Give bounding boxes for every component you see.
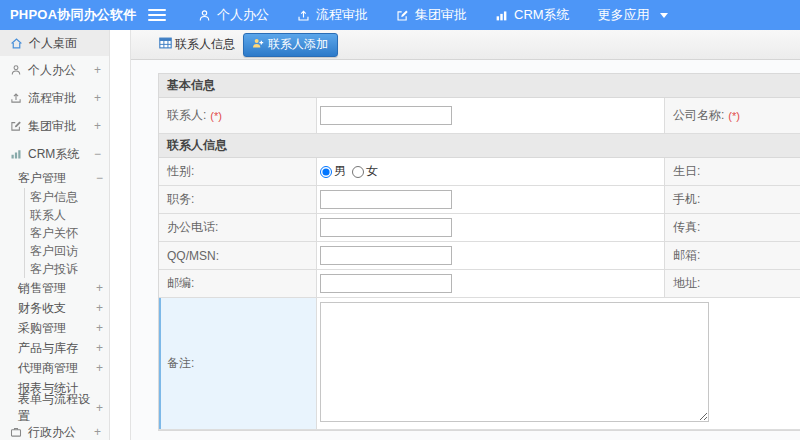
mobile-label: 手机: bbox=[665, 186, 800, 213]
expand-toggle[interactable]: + bbox=[96, 361, 103, 375]
contact-add-form: 基本信息 联系人:(*) 公司名称:(*) 联系人信息 性别: bbox=[158, 73, 800, 431]
sidebar-item-label: 采购管理 bbox=[18, 320, 66, 337]
job-title-cell bbox=[317, 186, 665, 213]
sidebar-item-purchasing[interactable]: 采购管理 + bbox=[0, 318, 109, 338]
sidebar-item-label: 个人桌面 bbox=[29, 35, 77, 52]
sidebar-item-products-inventory[interactable]: 产品与库存 + bbox=[0, 338, 109, 358]
sidebar-item-label: 销售管理 bbox=[18, 280, 66, 297]
edit-icon bbox=[396, 9, 409, 22]
address-label: 地址: bbox=[665, 270, 800, 297]
edit-icon bbox=[10, 120, 22, 132]
app-logo: PHPOA协同办公软件 bbox=[0, 6, 148, 24]
gender-radio-male[interactable] bbox=[320, 166, 332, 178]
sidebar-item-label: 流程审批 bbox=[28, 90, 76, 107]
main-area: 联系人信息 联系人添加 基本信息 联系人:(*) 公司名称:(*) bbox=[110, 30, 800, 440]
fax-label: 传真: bbox=[665, 214, 800, 241]
sidebar-item-contacts[interactable]: 联系人 bbox=[25, 206, 109, 224]
topbar: PHPOA协同办公软件 个人办公 流程审批 集团审批 CRM系统 bbox=[0, 0, 800, 30]
contact-name-label: 联系人:(*) bbox=[159, 98, 317, 133]
add-contact-icon bbox=[251, 37, 264, 52]
qq-msn-cell bbox=[317, 242, 665, 269]
company-name-label: 公司名称:(*) bbox=[665, 98, 800, 133]
expand-toggle[interactable]: + bbox=[94, 119, 101, 133]
sidebar-item-desktop[interactable]: 个人桌面 bbox=[0, 30, 109, 56]
expand-toggle[interactable]: + bbox=[96, 301, 103, 315]
remark-textarea[interactable] bbox=[320, 302, 709, 422]
caret-down-icon bbox=[660, 13, 668, 18]
sidebar-item-finance[interactable]: 财务收支 + bbox=[0, 298, 109, 318]
nav-more-apps[interactable]: 更多应用 bbox=[584, 0, 682, 30]
gender-radio-female[interactable] bbox=[352, 166, 364, 178]
nav-workflow-approval[interactable]: 流程审批 bbox=[283, 0, 382, 30]
user-icon bbox=[198, 9, 211, 22]
content-panel: 联系人信息 联系人添加 基本信息 联系人:(*) 公司名称:(*) bbox=[130, 30, 800, 440]
nav-label: 流程审批 bbox=[316, 6, 368, 24]
sidebar-item-label: CRM系统 bbox=[28, 146, 79, 163]
sidebar-item-customer-info[interactable]: 客户信息 bbox=[25, 188, 109, 206]
expand-toggle[interactable]: + bbox=[96, 321, 103, 335]
sidebar-item-agent-management[interactable]: 代理商管理 + bbox=[0, 358, 109, 378]
expand-toggle[interactable]: + bbox=[96, 401, 103, 415]
contact-name-input[interactable] bbox=[320, 106, 452, 125]
home-icon bbox=[10, 37, 23, 50]
nav-group-approval[interactable]: 集团审批 bbox=[382, 0, 481, 30]
form-row-contact: 联系人:(*) 公司名称:(*) bbox=[159, 98, 800, 134]
gender-option-male[interactable]: 男 bbox=[320, 163, 346, 180]
job-title-input[interactable] bbox=[320, 190, 452, 209]
bar-chart-icon bbox=[495, 9, 508, 22]
sidebar-item-label: 产品与库存 bbox=[18, 340, 78, 357]
expand-toggle[interactable]: + bbox=[94, 63, 101, 77]
gender-option-female[interactable]: 女 bbox=[352, 163, 378, 180]
zip-input[interactable] bbox=[320, 274, 452, 293]
tab-contact-add[interactable]: 联系人添加 bbox=[243, 33, 338, 57]
zip-cell bbox=[317, 270, 665, 297]
sidebar-item-workflow-approval[interactable]: 流程审批 + bbox=[0, 84, 109, 112]
sidebar-item-customer-callback[interactable]: 客户回访 bbox=[25, 242, 109, 260]
expand-toggle[interactable]: + bbox=[94, 425, 101, 439]
required-marker: (*) bbox=[728, 110, 740, 122]
gender-label: 性别: bbox=[159, 158, 317, 185]
form-row-zip: 邮编: 地址: bbox=[159, 270, 800, 298]
workflow-icon bbox=[10, 92, 22, 104]
sidebar-item-group-approval[interactable]: 集团审批 + bbox=[0, 112, 109, 140]
nav-label: 集团审批 bbox=[415, 6, 467, 24]
nav-personal-office[interactable]: 个人办公 bbox=[184, 0, 283, 30]
top-nav: 个人办公 流程审批 集团审批 CRM系统 更多应用 bbox=[184, 0, 682, 30]
nav-label: CRM系统 bbox=[514, 6, 570, 24]
sidebar-item-customer-care[interactable]: 客户关怀 bbox=[25, 224, 109, 242]
qq-msn-label: QQ/MSN: bbox=[159, 242, 317, 269]
collapse-toggle[interactable]: − bbox=[96, 171, 103, 185]
sidebar-item-customer-complaint[interactable]: 客户投诉 bbox=[25, 260, 109, 278]
nav-label: 个人办公 bbox=[217, 6, 269, 24]
sidebar-item-label: 集团审批 bbox=[28, 118, 76, 135]
remark-label: 备注: bbox=[159, 298, 317, 429]
user-icon bbox=[10, 64, 22, 76]
required-marker: (*) bbox=[210, 110, 222, 122]
form-row-gender: 性别: 男 女 生日: bbox=[159, 158, 800, 186]
sidebar: 个人桌面 个人办公 + 流程审批 + 集团审批 + CRM系统 − 客户管理 − bbox=[0, 30, 110, 440]
sidebar-item-crm-system[interactable]: CRM系统 − bbox=[0, 140, 109, 168]
sidebar-item-customer-management[interactable]: 客户管理 − bbox=[0, 168, 109, 188]
nav-label: 更多应用 bbox=[598, 6, 650, 24]
collapse-toggle[interactable]: − bbox=[94, 147, 101, 161]
sidebar-item-sales-management[interactable]: 销售管理 + bbox=[0, 278, 109, 298]
sidebar-item-label: 财务收支 bbox=[18, 300, 66, 317]
form-row-remark: 备注: bbox=[159, 298, 800, 430]
tab-label: 联系人信息 bbox=[175, 36, 235, 53]
sidebar-item-form-workflow-settings[interactable]: 表单与流程设置 + bbox=[0, 398, 109, 418]
expand-toggle[interactable]: + bbox=[96, 341, 103, 355]
zip-label: 邮编: bbox=[159, 270, 317, 297]
expand-toggle[interactable]: + bbox=[94, 91, 101, 105]
tab-contact-list[interactable]: 联系人信息 bbox=[159, 36, 235, 53]
section-header-basic-info: 基本信息 bbox=[159, 74, 800, 98]
expand-toggle[interactable]: + bbox=[96, 281, 103, 295]
briefcase-icon bbox=[10, 426, 22, 438]
qq-msn-input[interactable] bbox=[320, 246, 452, 265]
gender-cell: 男 女 bbox=[317, 158, 665, 185]
office-phone-input[interactable] bbox=[320, 218, 452, 237]
sidebar-item-personal-office[interactable]: 个人办公 + bbox=[0, 56, 109, 84]
email-label: 邮箱: bbox=[665, 242, 800, 269]
menu-toggle-icon[interactable] bbox=[148, 9, 166, 21]
form-row-job-title: 职务: 手机: bbox=[159, 186, 800, 214]
nav-crm-system[interactable]: CRM系统 bbox=[481, 0, 584, 30]
